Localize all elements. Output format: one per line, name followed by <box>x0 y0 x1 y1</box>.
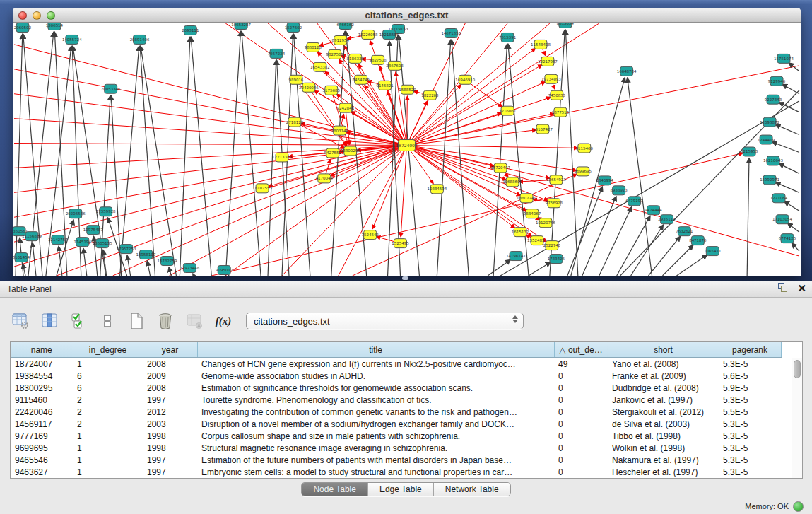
graph-edge[interactable] <box>14 146 406 267</box>
column-header[interactable]: pagerank <box>719 342 781 358</box>
table-selector[interactable]: citations_edges.txt <box>246 313 524 329</box>
graph-edge[interactable] <box>193 274 194 276</box>
graph-node[interactable]: 9115460 <box>576 144 594 153</box>
graph-edge[interactable] <box>113 146 407 276</box>
graph-node[interactable]: 12217987 <box>538 57 558 66</box>
graph-node[interactable]: 20053346 <box>101 84 121 93</box>
graph-node[interactable]: 18107553 <box>252 184 272 193</box>
graph-node[interactable]: 3216061 <box>499 106 516 115</box>
graph-edge[interactable] <box>599 206 632 276</box>
graph-node[interactable]: 8471876 <box>689 236 707 245</box>
tab-edge-table[interactable]: Edge Table <box>368 483 434 496</box>
graph-node[interactable]: 12213383 <box>272 153 292 162</box>
graph-node[interactable]: 9129946 <box>768 76 786 86</box>
delete-column-button[interactable] <box>155 310 176 332</box>
table-mode-button[interactable] <box>10 310 31 332</box>
table-row[interactable]: 946554611997Estimation of the future num… <box>11 454 781 466</box>
graph-node[interactable]: 7450833 <box>548 90 566 100</box>
graph-node[interactable]: 8454749 <box>353 75 370 84</box>
graph-edge[interactable] <box>789 63 799 71</box>
graph-edge[interactable] <box>147 261 150 276</box>
graph-edge[interactable] <box>401 146 406 238</box>
graph-edge[interactable] <box>567 187 603 276</box>
graph-edge[interactable] <box>779 163 799 173</box>
table-scrollbar[interactable] <box>792 358 802 479</box>
graph-node[interactable]: 1306514 <box>46 23 64 30</box>
network-view-window[interactable]: citations_edges.txt 18724007183002951822… <box>13 8 801 276</box>
graph-node[interactable]: 2867608 <box>386 61 404 70</box>
table-scrollbar-thumb[interactable] <box>794 360 801 378</box>
graph-node[interactable]: 8813054 <box>557 23 575 28</box>
graph-node[interactable]: 7957224 <box>268 49 286 58</box>
graph-node[interactable]: 2522740 <box>543 241 561 250</box>
graph-edge[interactable] <box>775 182 799 192</box>
graph-node[interactable]: 10975487 <box>83 226 103 235</box>
graph-edge[interactable] <box>127 255 131 276</box>
graph-node[interactable]: 9095012 <box>216 266 233 275</box>
graph-node[interactable]: 1065411 <box>704 247 721 256</box>
graph-node[interactable]: 18724007 <box>396 140 418 151</box>
graph-edge[interactable] <box>268 60 276 276</box>
graph-edge[interactable] <box>529 262 551 276</box>
tab-network-table[interactable]: Network Table <box>434 483 510 496</box>
graph-node[interactable]: 9146821 <box>376 81 393 90</box>
network-canvas[interactable]: 1872400718300295182260588912954986012398… <box>13 23 801 276</box>
graph-node[interactable]: 9227343 <box>765 95 782 104</box>
graph-edge[interactable] <box>582 197 616 276</box>
row-selection-button[interactable] <box>68 310 89 332</box>
graph-edge[interactable] <box>772 142 799 153</box>
table-row[interactable]: 977716911998Corpus callosum shape and si… <box>11 430 781 442</box>
graph-node[interactable]: 12923448 <box>180 264 199 273</box>
graph-node[interactable]: 8938923 <box>610 186 628 195</box>
graph-edge[interactable] <box>180 37 190 276</box>
graph-edge[interactable] <box>14 146 406 243</box>
graph-edge[interactable] <box>225 31 240 276</box>
graph-node[interactable]: 16543382 <box>310 62 330 71</box>
graph-node[interactable]: 1733426 <box>548 255 565 264</box>
graph-node[interactable]: 2093111 <box>182 25 199 35</box>
column-visibility-button[interactable] <box>39 310 60 332</box>
graph-node[interactable]: 9242848 <box>337 103 355 112</box>
graph-edge[interactable] <box>83 248 87 276</box>
graph-node[interactable]: 1877513 <box>552 107 570 117</box>
graph-node[interactable]: 7515391 <box>499 33 516 42</box>
graph-node[interactable]: 1527602 <box>285 23 302 32</box>
table-row[interactable]: 969969511998Structural magnetic resonanc… <box>11 442 781 454</box>
graph-node[interactable]: 20891406 <box>130 35 150 44</box>
graph-node[interactable]: 13505135 <box>93 239 112 248</box>
graph-node[interactable]: 8186328 <box>347 54 365 63</box>
graph-node[interactable]: 3101454 <box>13 253 30 262</box>
graph-node[interactable]: 3175685 <box>323 86 340 95</box>
graph-edge[interactable] <box>33 243 36 276</box>
graph-edge[interactable] <box>228 275 229 276</box>
graph-node[interactable]: 18226058 <box>358 30 378 39</box>
graph-node[interactable]: 17103054 <box>772 215 792 224</box>
graph-edge[interactable] <box>787 223 799 233</box>
graph-node[interactable]: 989016 <box>288 75 303 84</box>
graph-node[interactable]: 9827508 <box>369 55 387 64</box>
graph-edge[interactable] <box>407 146 507 180</box>
graph-edge[interactable] <box>14 94 406 146</box>
graph-edge[interactable] <box>407 146 578 148</box>
graph-edge[interactable] <box>346 108 350 145</box>
graph-node[interactable]: 1615132 <box>512 228 529 237</box>
graph-node[interactable]: 9756928 <box>546 199 563 208</box>
table-row[interactable]: 1872400712008Changes of HCN gene express… <box>11 358 781 370</box>
graph-node[interactable]: 2935114 <box>658 215 676 224</box>
graph-node[interactable]: 14671355 <box>441 28 461 37</box>
graph-node[interactable]: 11548408 <box>531 40 551 49</box>
graph-node[interactable]: 14196141 <box>506 252 526 261</box>
graph-node[interactable]: 9474444 <box>645 206 662 215</box>
graph-edge[interactable] <box>59 246 62 276</box>
graph-node[interactable]: 10384594 <box>427 185 447 194</box>
column-header[interactable]: title <box>197 342 554 358</box>
table-row[interactable]: 1938455462009Genome-wide association stu… <box>11 370 781 382</box>
table-row[interactable]: 2242004622012Investigating the contribut… <box>11 406 781 418</box>
graph-edge[interactable] <box>141 46 176 276</box>
graph-edge[interactable] <box>784 201 799 211</box>
graph-node[interactable]: 9827509 <box>326 49 344 59</box>
panel-splitter-handle[interactable] <box>402 276 408 280</box>
table-row[interactable]: 1830029562008Estimation of significance … <box>11 382 781 394</box>
graph-edge[interactable] <box>628 78 652 276</box>
graph-node[interactable]: 9699695 <box>575 167 592 176</box>
